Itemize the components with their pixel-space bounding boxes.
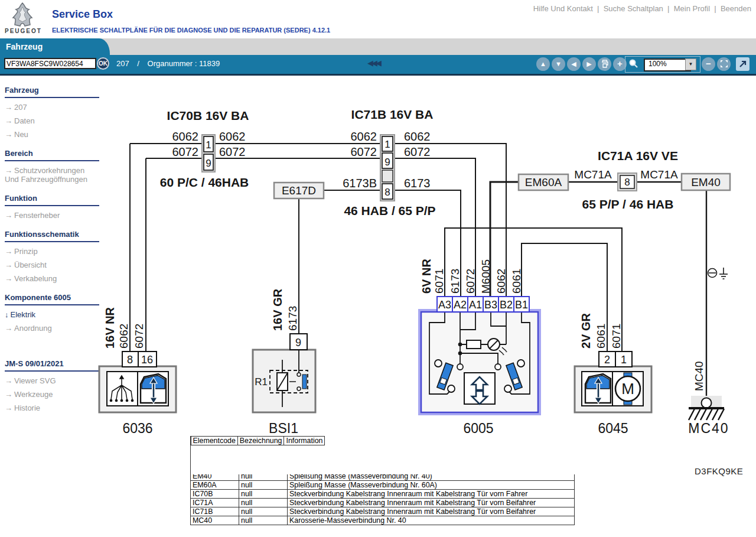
col-bezeichnung: Bezeichnung — [237, 437, 284, 445]
col-elementcode: Elementcode — [191, 437, 237, 445]
svg-text:6173: 6173 — [286, 306, 299, 331]
table-row: IC71AnullSteckverbindung Kabelstrang Inn… — [191, 499, 575, 507]
wire-label-mc40: MC40 — [693, 361, 705, 391]
svg-text:6062: 6062 — [495, 269, 507, 294]
svg-text:6V NR: 6V NR — [420, 259, 433, 294]
sidebar-item-fensterheber[interactable]: →Fensterheber — [5, 211, 99, 220]
svg-text:6071: 6071 — [610, 324, 623, 349]
wire-label: 6072 — [404, 145, 431, 158]
sidebar-item-anordnung[interactable]: →Anordnung — [5, 324, 99, 333]
wire-label: 6062 — [351, 130, 377, 143]
sidebar-item-207[interactable]: →207 — [5, 103, 99, 112]
sidebar-item-prinzip[interactable]: →Prinzip — [5, 247, 99, 256]
sidebar-item-neu[interactable]: →Neu — [5, 130, 99, 139]
svg-text:6061: 6061 — [595, 324, 607, 349]
col-information: Information — [284, 437, 325, 445]
svg-text:A3: A3 — [438, 299, 451, 311]
pin-label: 9 — [295, 337, 301, 349]
sidebar-item-uebersicht[interactable]: →Übersicht — [5, 261, 99, 269]
window-lift-icon — [585, 374, 611, 403]
schematic-code: D3FKQ9KE — [695, 466, 743, 476]
table-row: MC40nullKarosserie-Masseverbindung Nr. 4… — [191, 516, 575, 525]
wire-label: 6072 — [351, 145, 377, 158]
table-row: IC70BnullSteckverbindung Kabelstrang Inn… — [191, 490, 575, 499]
link-suche-schaltplan[interactable]: Suche Schaltplan — [593, 4, 663, 13]
arrow-right-icon: → — [5, 261, 12, 269]
sidebar-item-historie[interactable]: →Historie — [5, 403, 99, 412]
external-arrow-icon — [736, 57, 750, 71]
link-mein-profil[interactable]: Mein Profil — [663, 4, 710, 13]
magnifier-icon[interactable] — [628, 58, 639, 69]
context-separator: / — [137, 59, 139, 68]
wire-labels-6005: 6V NR 6071 6173 6072 M6005 6062 6061 — [420, 259, 523, 294]
svg-text:A2: A2 — [454, 299, 467, 311]
pin-label: 16 — [141, 354, 153, 366]
vin-input[interactable] — [4, 58, 96, 69]
sidebar-item-verkabelung[interactable]: →Verkabelung — [5, 274, 99, 283]
svg-text:A1: A1 — [469, 299, 482, 311]
table-row: IC71BnullSteckverbindung Kabelstrang Inn… — [191, 507, 575, 516]
arrow-right-icon: → — [5, 166, 12, 175]
table-row: EM60AnullSpleißung Masse (Masseverbindun… — [191, 481, 575, 490]
arrow-right-icon: → — [5, 324, 12, 333]
component-6045: M 2 1 2V GR 6061 6071 6045 — [575, 313, 651, 436]
wire-label-mc71a: MC71A — [574, 168, 612, 181]
sidebar-item-viewer-svg[interactable]: →Viewer SVG — [5, 376, 99, 385]
pin-row-6005: A3 A2 A1 B3 B2 B1 — [437, 297, 529, 312]
up-down-switch-icon — [464, 373, 495, 404]
fit-screen-button[interactable] — [717, 57, 731, 71]
wire-label: 6062 — [219, 130, 246, 143]
link-hilfe[interactable]: Hilfe Und Kontakt — [533, 4, 593, 13]
component-6036: 8 16 16V NR 6062 6072 6036 — [99, 307, 176, 436]
tab-strip — [0, 38, 756, 55]
link-beenden[interactable]: Beenden — [710, 4, 751, 13]
arrow-down-icon: ↓ — [5, 310, 9, 319]
pin-label: 1 — [621, 354, 627, 366]
component-6005[interactable]: A3 A2 A1 B3 B2 B1 — [419, 297, 540, 414]
pin-label: 9 — [384, 157, 390, 168]
element-table: Elementcode Bezeichnung Information 6005… — [190, 436, 575, 525]
splice-em60a: EM60A — [519, 174, 568, 190]
svg-text:M6005: M6005 — [480, 259, 492, 294]
svg-text:6071: 6071 — [433, 269, 445, 294]
sidebar-item-daten[interactable]: →Daten — [5, 116, 99, 125]
connector-ic70b: IC70B 16V BA 1 9 6062 6062 6072 6072 — [167, 109, 249, 172]
svg-text:B3: B3 — [484, 299, 497, 311]
sidebar-section-komponente-6005: Komponente 6005 — [5, 293, 99, 305]
component-label-bsi1: BSI1 — [269, 421, 298, 436]
pan-left-button[interactable]: ◀ — [567, 57, 581, 71]
print-button[interactable] — [598, 57, 611, 71]
ground-mc40: MC40 MC40 — [688, 361, 729, 436]
fit-arrows-icon — [720, 60, 728, 68]
svg-text:M: M — [621, 380, 634, 398]
open-external-button[interactable] — [736, 57, 750, 71]
svg-text:16V NR: 16V NR — [103, 307, 116, 349]
window-lift-icon — [141, 374, 166, 403]
zoom-select[interactable]: 100% — [644, 58, 691, 71]
zoom-out-button[interactable]: − — [702, 57, 715, 71]
pan-down-button[interactable]: ▼ — [552, 57, 565, 71]
svg-text:16V GR: 16V GR — [271, 288, 284, 331]
harness-note-right: 65 P/P / 46 HAB — [582, 197, 674, 211]
sidebar-item-werkzeuge[interactable]: →Werkzeuge — [5, 390, 99, 399]
component-label-6036: 6036 — [122, 421, 152, 436]
pan-up-button[interactable]: ▲ — [536, 57, 550, 71]
pan-right-button[interactable]: ▶ — [582, 57, 596, 71]
arrow-right-icon: → — [5, 130, 12, 139]
splice-pin-8: 8 — [618, 173, 637, 191]
sidebar-item-elektrik[interactable]: ↓Elektrik — [5, 310, 99, 319]
ok-button[interactable]: OK — [97, 57, 109, 70]
harness-note-mid: 46 HAB / 65 P/P — [344, 204, 435, 217]
arrow-right-icon: → — [5, 376, 12, 385]
tab-fahrzeug[interactable]: Fahrzeug — [0, 38, 110, 55]
component-label-6045: 6045 — [598, 421, 628, 436]
sidebar: Fahrzeug →207 →Daten →Neu Bereich →Schut… — [5, 76, 99, 418]
splice-e617d: E617D — [274, 183, 324, 198]
arrow-right-icon: → — [5, 403, 12, 412]
collapse-panel-icon[interactable]: ◀◀◀ — [367, 58, 380, 67]
zoom-select-arrow-icon[interactable]: ▼ — [685, 58, 696, 70]
sidebar-section-funktionsschematik: Funktionsschematik — [5, 230, 99, 242]
component-label-6005[interactable]: 6005 — [463, 421, 493, 436]
sidebar-item-schutzvorkehrungen[interactable]: →Schutzvorkehrungen Und Fahrzeugöffnunge… — [5, 166, 99, 184]
wire-label-mc71a: MC71A — [640, 168, 678, 181]
